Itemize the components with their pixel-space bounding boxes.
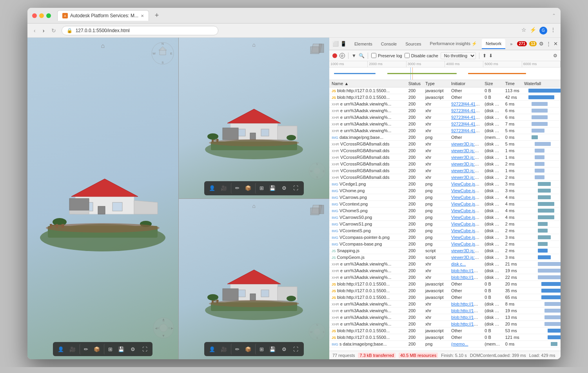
row-initiator[interactable]: ViewCube.js:859: [449, 201, 482, 207]
table-row[interactable]: JS blob:http://127.0.0.1:5500... 200 jav…: [329, 334, 561, 341]
table-row[interactable]: XHR e urn%3Aadsk.viewing%... 200 xhr blo…: [329, 307, 561, 314]
col-header-name[interactable]: Name ▲: [329, 80, 406, 87]
table-row[interactable]: XHR VCcrossRGBA8small.dds 200 xhr viewer…: [329, 141, 561, 147]
row-initiator[interactable]: viewer3D.js:so...: [449, 141, 482, 147]
row-initiator[interactable]: viewer3D.js:so...: [449, 154, 482, 161]
table-row[interactable]: IMG VChomeS.png 200 png ViewCube.js:859 …: [329, 207, 561, 214]
throttle-select[interactable]: No throttling Fast 3G Slow 3G Offline: [441, 52, 476, 59]
row-initiator[interactable]: ViewCube.js:859: [449, 234, 482, 241]
tool-camera[interactable]: 🎥: [67, 344, 78, 355]
row-initiator[interactable]: ViewCube.js:859: [449, 181, 482, 187]
tool-br-settings[interactable]: ⚙: [279, 344, 290, 355]
table-row[interactable]: JS blob:http://127.0.0.1:5500... 200 jav…: [329, 94, 561, 101]
disable-cache-input[interactable]: [405, 53, 410, 58]
row-initiator[interactable]: ViewCube.js:859: [449, 214, 482, 221]
table-row[interactable]: JS blob:http://127.0.0.1:5500... 200 jav…: [329, 287, 561, 294]
address-input[interactable]: 🔒 127.0.0.1:5500/index.html: [62, 26, 218, 35]
tab-network[interactable]: Network: [482, 39, 505, 49]
row-initiator[interactable]: viewer3D.js:so...: [449, 161, 482, 167]
settings-icon[interactable]: ⚙: [539, 41, 544, 47]
row-initiator[interactable]: ViewCube.js:859: [449, 207, 482, 214]
table-row[interactable]: IMG data:image/png;base... 200 png Other…: [329, 134, 561, 141]
table-row[interactable]: XHR e urn%3Aadsk.viewing%... 200 xhr blo…: [329, 314, 561, 321]
col-header-waterfall[interactable]: Waterfall: [522, 80, 561, 87]
table-row[interactable]: IMG VCcontext.png 200 png ViewCube.js:85…: [329, 201, 561, 207]
close-devtools-icon[interactable]: ✕: [554, 41, 558, 47]
tab-close-button[interactable]: ✕: [141, 14, 144, 18]
back-button[interactable]: ‹: [32, 27, 37, 34]
table-row[interactable]: XHR e urn%3Aadsk.viewing%... 200 xhr 927…: [329, 121, 561, 127]
options-icon[interactable]: ⋮: [546, 41, 551, 47]
table-row[interactable]: XHR e urn%3Aadsk.viewing%... 200 xhr 927…: [329, 107, 561, 114]
table-row[interactable]: IMG s data:image/png;base... 200 png (me…: [329, 341, 561, 348]
search-icon[interactable]: 🔍: [359, 53, 365, 58]
export-icon[interactable]: ⬇: [489, 53, 493, 58]
table-row[interactable]: IMG VCcompass-pointer-b.png 200 png View…: [329, 234, 561, 241]
row-initiator[interactable]: viewer3D.js:so...: [449, 147, 482, 154]
row-initiator[interactable]: viewer3D.js:so...: [449, 167, 482, 174]
row-initiator[interactable]: blob:http://127...: [449, 307, 482, 314]
tab-performance-insights[interactable]: Performance insights ⚡: [426, 39, 481, 49]
preserve-log-input[interactable]: [371, 53, 376, 58]
tool-tr-save[interactable]: 💾: [267, 183, 278, 194]
tool-tr-box[interactable]: 📦: [243, 183, 254, 194]
col-header-type[interactable]: Type: [423, 80, 449, 87]
row-initiator[interactable]: blob:http://127...: [449, 314, 482, 321]
tool-save[interactable]: 💾: [116, 344, 127, 355]
row-initiator[interactable]: blob:http://127...: [449, 267, 482, 274]
row-initiator[interactable]: 92723f44-4199...: [449, 101, 482, 107]
row-initiator[interactable]: 92723f44-4199...: [449, 107, 482, 114]
minimize-button[interactable]: [39, 13, 44, 18]
tool-box[interactable]: 📦: [91, 344, 102, 355]
device-toolbar-icon[interactable]: 📱: [340, 41, 347, 47]
tool-tr-settings[interactable]: ⚙: [279, 183, 290, 194]
row-initiator[interactable]: 92723f44-4199...: [449, 127, 482, 134]
table-row[interactable]: XHR e urn%3Aadsk.viewing%... 200 xhr 927…: [329, 114, 561, 121]
network-table-container[interactable]: Name ▲ Status Type Initiator Size Time W…: [329, 80, 561, 351]
tool-fullscreen[interactable]: ⛶: [139, 344, 150, 355]
reload-button[interactable]: ↻: [50, 27, 58, 34]
new-tab-button[interactable]: +: [152, 11, 162, 20]
table-row[interactable]: XHR VCcrossRGBA8small.dds 200 xhr viewer…: [329, 167, 561, 174]
table-row[interactable]: JS blob:http://127.0.0.1:5500... 200 jav…: [329, 294, 561, 301]
row-initiator[interactable]: ViewCube.js:859: [449, 187, 482, 194]
table-row[interactable]: IMG VCcontextS.png 200 png ViewCube.js:8…: [329, 227, 561, 234]
table-row[interactable]: JS CompGeom.js 200 script viewer3D.js:so…: [329, 254, 561, 261]
tool-br-camera[interactable]: 🎥: [218, 344, 229, 355]
close-button[interactable]: [32, 13, 37, 18]
tab-console[interactable]: Console: [377, 39, 401, 49]
tool-tr-camera[interactable]: 🎥: [218, 183, 229, 194]
tab-sources[interactable]: Sources: [401, 39, 425, 49]
tool-tr-person[interactable]: 👤: [207, 183, 218, 194]
table-row[interactable]: XHR e urn%3Aadsk.viewing%... 200 xhr 927…: [329, 127, 561, 134]
table-row[interactable]: IMG VCarrows.png 200 png ViewCube.js:859…: [329, 194, 561, 201]
profile-icon[interactable]: G: [539, 27, 547, 35]
disable-cache-checkbox[interactable]: Disable cache: [405, 53, 438, 58]
row-initiator[interactable]: 92723f44-4199...: [449, 114, 482, 121]
tool-br-grid[interactable]: ⊞: [255, 344, 266, 355]
table-row[interactable]: XHR e urn%3Aadsk.viewing%... 200 xhr blo…: [329, 321, 561, 328]
row-initiator[interactable]: ViewCube.js:859: [449, 221, 482, 227]
tool-tr-fullscreen[interactable]: ⛶: [290, 183, 301, 194]
row-initiator[interactable]: viewer3D.js:so...: [449, 174, 482, 181]
row-initiator[interactable]: viewer3D.js:so...: [449, 247, 482, 254]
record-button[interactable]: [332, 53, 337, 58]
table-row[interactable]: IMG VCarrowsS0.png 200 png ViewCube.js:8…: [329, 214, 561, 221]
col-header-time[interactable]: Time: [503, 80, 522, 87]
row-initiator[interactable]: (memo...: [449, 341, 482, 348]
tool-br-box[interactable]: 📦: [243, 344, 254, 355]
tool-br-save[interactable]: 💾: [267, 344, 278, 355]
tool-br-edit[interactable]: ✏: [231, 344, 242, 355]
table-row[interactable]: XHR e urn%3Aadsk.viewing%... 200 xhr dis…: [329, 261, 561, 267]
table-row[interactable]: XHR e urn%3Aadsk.viewing%... 200 xhr blo…: [329, 274, 561, 281]
table-row[interactable]: IMG VCedge1.png 200 png ViewCube.js:859 …: [329, 181, 561, 187]
tool-tr-edit[interactable]: ✏: [231, 183, 242, 194]
table-row[interactable]: XHR e urn%3Aadsk.viewing%... 200 xhr blo…: [329, 301, 561, 307]
col-header-initiator[interactable]: Initiator: [449, 80, 482, 87]
row-initiator[interactable]: blob:http://127...: [449, 274, 482, 281]
table-row[interactable]: JS blob:http://127.0.0.1:5500... 200 jav…: [329, 328, 561, 334]
tab-elements[interactable]: Elements: [350, 39, 376, 49]
browser-tab[interactable]: A Autodesk Platform Services: M... ✕: [57, 10, 149, 21]
table-row[interactable]: XHR e urn%3Aadsk.viewing%... 200 xhr blo…: [329, 267, 561, 274]
tab-more[interactable]: »: [506, 39, 516, 49]
